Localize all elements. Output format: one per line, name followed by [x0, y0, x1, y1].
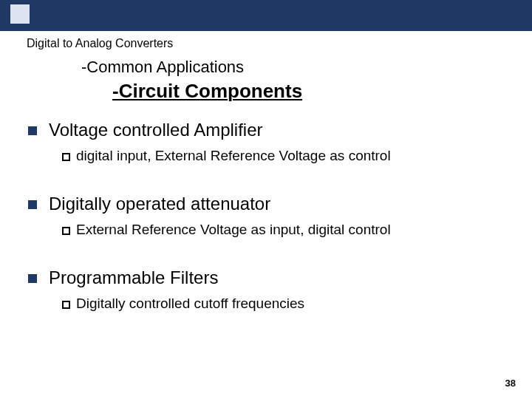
- section-title: -Circuit Components: [112, 80, 302, 103]
- page-number: 38: [505, 378, 516, 389]
- subbullet-text: digital input, External Reference Voltag…: [76, 148, 391, 164]
- list-item: Voltage controlled Amplifier digital inp…: [28, 120, 517, 164]
- bullet-title: Digitally operated attenuator: [49, 194, 270, 214]
- subbullet-text: Digitally controlled cutoff frequencies: [76, 296, 304, 312]
- bullet-square-icon: [28, 200, 37, 209]
- subheading-text: -Common Applications: [81, 58, 244, 77]
- list-item: Programmable Filters Digitally controlle…: [28, 267, 517, 312]
- bullet-hollow-square-icon: [62, 153, 70, 161]
- bullet-hollow-square-icon: [62, 301, 70, 309]
- breadcrumb-text: Digital to Analog Converters: [27, 37, 173, 50]
- bullet-title: Programmable Filters: [49, 267, 218, 288]
- slide-body: Voltage controlled Amplifier digital inp…: [28, 120, 517, 341]
- bullet-square-icon: [28, 274, 37, 283]
- title-bar: [0, 0, 532, 31]
- bullet-hollow-square-icon: [62, 227, 70, 235]
- list-item: Digitally operated attenuator External R…: [28, 194, 517, 238]
- bullet-title: Voltage controlled Amplifier: [49, 120, 263, 140]
- bullet-square-icon: [28, 126, 37, 135]
- title-bar-accent-square: [10, 4, 30, 24]
- subbullet-text: External Reference Voltage as input, dig…: [76, 222, 391, 238]
